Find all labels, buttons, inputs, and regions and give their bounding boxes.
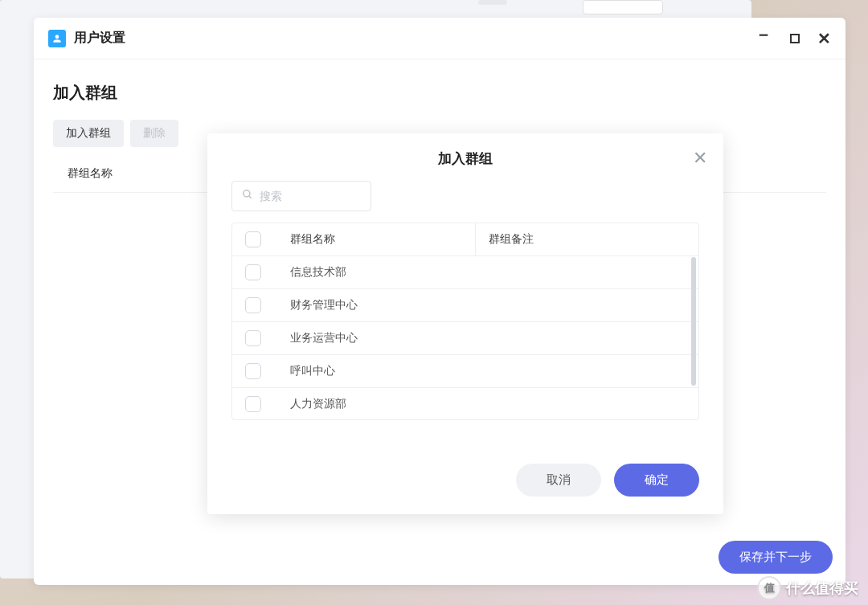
table-row: 呼叫中心 bbox=[232, 355, 698, 388]
table-header-row: 群组名称 群组备注 bbox=[232, 223, 698, 256]
table-row: 财务管理中心 bbox=[232, 289, 698, 322]
search-field-wrap bbox=[231, 181, 371, 211]
table-row: 人力资源部 bbox=[232, 388, 698, 420]
bg-tab bbox=[478, 0, 507, 5]
modal-title: 加入群组 bbox=[438, 149, 493, 168]
row-name: 信息技术部 bbox=[290, 265, 475, 280]
modal-body: 群组名称 群组备注 信息技术部 财务管理中心 业务运营中心 呼叫中心 人力 bbox=[207, 181, 723, 449]
close-window-button[interactable]: ✕ bbox=[817, 29, 831, 48]
window-title: 用户设置 bbox=[74, 30, 755, 47]
modal-close-button[interactable]: ✕ bbox=[693, 148, 707, 169]
svg-line-1 bbox=[249, 196, 252, 198]
row-name: 呼叫中心 bbox=[290, 364, 475, 378]
modal-footer: 取消 确定 bbox=[207, 449, 723, 514]
page-title: 加入群组 bbox=[53, 82, 826, 104]
col-group-name: 群组名称 bbox=[290, 232, 475, 247]
footer: 保存并下一步 bbox=[719, 541, 833, 574]
bg-search bbox=[583, 0, 663, 14]
confirm-button[interactable]: 确定 bbox=[614, 464, 699, 497]
row-name: 财务管理中心 bbox=[290, 298, 475, 313]
table-row: 信息技术部 bbox=[232, 256, 698, 289]
svg-point-0 bbox=[244, 190, 250, 197]
user-icon bbox=[48, 30, 66, 47]
search-icon bbox=[242, 189, 253, 203]
maximize-button[interactable] bbox=[790, 34, 800, 43]
window-controls: － ✕ bbox=[755, 29, 831, 48]
watermark-icon: 值 bbox=[757, 576, 781, 600]
watermark-text: 什么值得买 bbox=[786, 578, 858, 598]
save-next-button[interactable]: 保存并下一步 bbox=[719, 541, 833, 574]
join-group-modal: 加入群组 ✕ 群组名称 群组备注 信息技术部 财务管理中心 bbox=[207, 133, 723, 514]
search-input[interactable] bbox=[260, 190, 361, 202]
cancel-button[interactable]: 取消 bbox=[516, 464, 601, 497]
row-name: 业务运营中心 bbox=[290, 331, 475, 345]
minimize-button[interactable]: － bbox=[755, 31, 772, 39]
select-all-checkbox[interactable] bbox=[245, 231, 261, 247]
table-scrollbar[interactable] bbox=[691, 257, 696, 386]
row-checkbox[interactable] bbox=[245, 396, 261, 412]
row-checkbox[interactable] bbox=[245, 264, 261, 280]
modal-header: 加入群组 ✕ bbox=[207, 133, 723, 181]
row-checkbox[interactable] bbox=[245, 363, 261, 379]
row-checkbox[interactable] bbox=[245, 297, 261, 313]
delete-button[interactable]: 删除 bbox=[130, 120, 178, 147]
table-row: 业务运营中心 bbox=[232, 322, 698, 355]
watermark: 值 什么值得买 bbox=[757, 576, 858, 600]
group-table: 群组名称 群组备注 信息技术部 财务管理中心 业务运营中心 呼叫中心 人力 bbox=[231, 223, 699, 420]
titlebar: 用户设置 － ✕ bbox=[34, 18, 845, 59]
join-group-button[interactable]: 加入群组 bbox=[53, 120, 124, 147]
col-group-note: 群组备注 bbox=[475, 223, 636, 255]
row-name: 人力资源部 bbox=[290, 397, 475, 411]
row-checkbox[interactable] bbox=[245, 330, 261, 346]
